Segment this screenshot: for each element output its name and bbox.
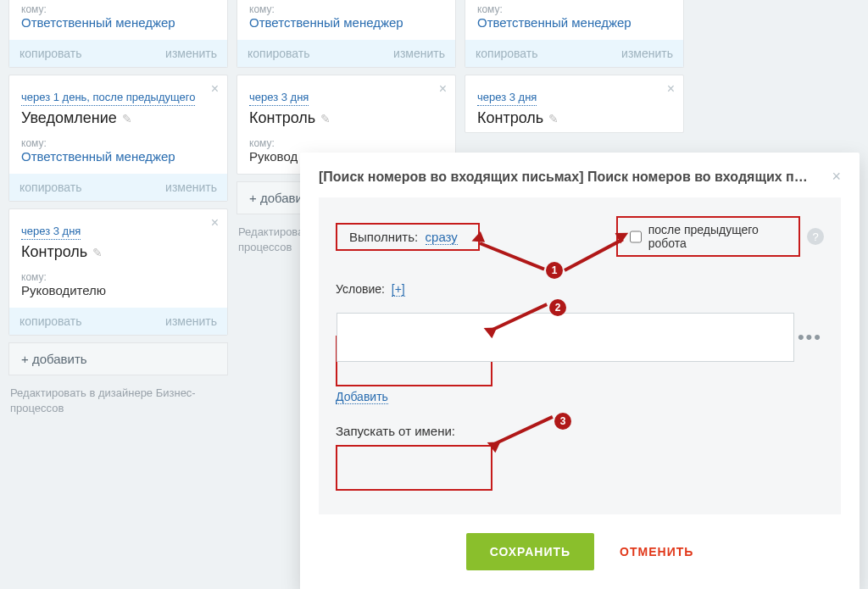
to-label: кому: bbox=[9, 137, 227, 149]
trigger-link[interactable]: через 1 день, после предыдущего bbox=[21, 84, 195, 106]
trigger-link[interactable]: через 3 дня bbox=[21, 218, 81, 240]
close-icon[interactable]: × bbox=[211, 82, 219, 96]
robot-settings-modal: [Поиск номеров во входящих письмах] Поис… bbox=[300, 153, 860, 589]
card-title: Контроль✎ bbox=[249, 108, 443, 132]
task-card: × через 1 день, после предыдущего Уведом… bbox=[8, 75, 228, 202]
exclude-input[interactable] bbox=[337, 313, 794, 362]
to-label: кому: bbox=[9, 271, 227, 283]
trigger-link[interactable]: через 3 дня bbox=[477, 84, 537, 106]
condition-label: Условие: bbox=[336, 282, 385, 296]
pencil-icon[interactable]: ✎ bbox=[92, 246, 103, 259]
to-label: кому: bbox=[465, 3, 683, 15]
close-icon[interactable]: × bbox=[832, 168, 841, 186]
copy-button[interactable]: копировать bbox=[476, 47, 538, 60]
pencil-icon[interactable]: ✎ bbox=[122, 112, 132, 125]
to-label: кому: bbox=[237, 3, 455, 15]
condition-add[interactable]: [+] bbox=[392, 282, 405, 297]
assignee[interactable]: Ответственный менеджер bbox=[9, 15, 227, 40]
after-previous-field: после предыдущего робота bbox=[616, 216, 800, 257]
trigger-link[interactable]: через 3 дня bbox=[249, 84, 309, 106]
copy-button[interactable]: копировать bbox=[248, 47, 310, 60]
execute-field: Выполнить: сразу bbox=[336, 223, 480, 251]
annotation-bullet-1: 1 bbox=[546, 262, 563, 279]
save-button[interactable]: СОХРАНИТЬ bbox=[466, 533, 594, 570]
designer-link[interactable]: Редактировать в дизайнере Бизнес-процесс… bbox=[8, 382, 228, 420]
runas-highlight bbox=[336, 445, 492, 491]
card-title: Уведомление✎ bbox=[21, 108, 215, 132]
assignee[interactable]: Ответственный менеджер bbox=[465, 15, 683, 40]
pencil-icon[interactable]: ✎ bbox=[548, 112, 559, 125]
assignee[interactable]: Ответственный менеджер bbox=[9, 149, 227, 174]
runas-label: Запускать от имени: bbox=[336, 424, 824, 438]
assignee[interactable]: Руководителю bbox=[9, 283, 227, 308]
execute-value[interactable]: сразу bbox=[426, 230, 458, 245]
to-label: кому: bbox=[237, 137, 455, 149]
help-icon[interactable]: ? bbox=[807, 228, 824, 245]
edit-button[interactable]: изменить bbox=[165, 181, 217, 194]
cancel-button[interactable]: ОТМЕНИТЬ bbox=[620, 545, 693, 558]
edit-button[interactable]: изменить bbox=[165, 47, 217, 60]
edit-button[interactable]: изменить bbox=[165, 314, 217, 328]
card-title: Контроль✎ bbox=[477, 108, 671, 132]
close-icon[interactable]: × bbox=[211, 216, 219, 230]
to-label: кому: bbox=[9, 3, 227, 15]
after-previous-label: после предыдущего робота bbox=[648, 223, 787, 250]
task-card: × через 3 дня Контроль✎ кому: Руководите… bbox=[8, 208, 228, 336]
close-icon[interactable]: × bbox=[667, 82, 675, 96]
modal-title: [Поиск номеров во входящих письмах] Поис… bbox=[319, 169, 810, 185]
add-exclude-link[interactable]: Добавить bbox=[336, 390, 388, 404]
card-title: Контроль✎ bbox=[21, 242, 215, 266]
copy-button[interactable]: копировать bbox=[19, 47, 82, 60]
edit-button[interactable]: изменить bbox=[621, 47, 673, 60]
after-previous-checkbox[interactable] bbox=[630, 231, 642, 243]
edit-button[interactable]: изменить bbox=[393, 47, 445, 60]
pencil-icon[interactable]: ✎ bbox=[320, 112, 331, 125]
close-icon[interactable]: × bbox=[439, 82, 447, 96]
more-icon[interactable]: ••• bbox=[798, 326, 822, 348]
task-card: кому: Ответственный менеджер копировать … bbox=[236, 0, 456, 68]
task-card: × через 3 дня Контроль✎ bbox=[465, 75, 684, 133]
copy-button[interactable]: копировать bbox=[19, 314, 82, 328]
copy-button[interactable]: копировать bbox=[19, 181, 82, 194]
task-card: кому: Ответственный менеджер копировать … bbox=[8, 0, 228, 68]
add-button[interactable]: + добавить bbox=[8, 342, 228, 375]
task-card: кому: Ответственный менеджер копировать … bbox=[465, 0, 684, 68]
assignee[interactable]: Ответственный менеджер bbox=[237, 15, 455, 40]
